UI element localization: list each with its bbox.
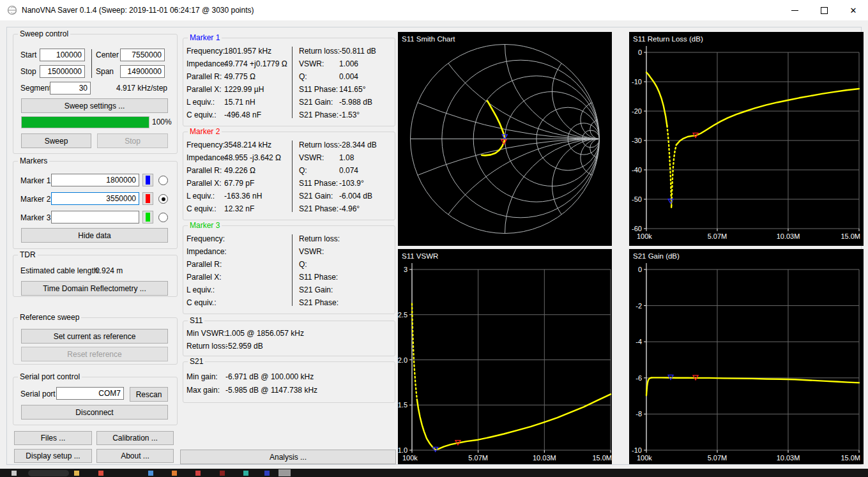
nanovna-saver-window: NanoVNA Saver 0.1.4 (Sweep: 2019-11-01 0… [0, 0, 868, 477]
field-value: 49.774 +j0.1779 Ω [224, 59, 287, 68]
taskbar-icon[interactable] [264, 471, 270, 476]
group-title: S21 [188, 357, 205, 366]
taskbar-icon[interactable] [243, 471, 248, 476]
field-label: Parallel X: [187, 179, 222, 188]
taskbar-search-box[interactable] [28, 470, 69, 476]
divider [292, 47, 293, 118]
field-value: 141.65° [339, 85, 366, 94]
taskbar-icon[interactable] [148, 471, 153, 476]
field-label: Frequency: [187, 140, 225, 149]
y-axis-label: -30 [632, 137, 642, 144]
field-label: Parallel X: [187, 85, 222, 94]
step-size-text: 4.917 kHz/step [96, 84, 167, 93]
minimize-button[interactable] [780, 0, 809, 20]
sweep-settings-button[interactable]: Sweep settings ... [21, 98, 168, 113]
stop-input[interactable] [40, 65, 85, 78]
span-input[interactable] [120, 65, 165, 78]
x-axis-label: 15.0M [841, 232, 860, 240]
display-setup-button[interactable]: Display setup ... [14, 449, 92, 463]
marker3-color-button[interactable] [142, 211, 153, 223]
calibration-button[interactable]: Calibration ... [96, 431, 174, 445]
smith-chart-canvas[interactable]: S11 Smith Chart [398, 32, 612, 246]
field-value: 1229.99 µH [224, 85, 264, 94]
s21-chart-canvas[interactable]: 0-2-4-6-8-10100k5.07M10.03M15.0MS21 Gain… [629, 249, 864, 464]
trace [676, 89, 859, 145]
hide-data-button[interactable]: Hide data [21, 228, 168, 243]
field-label: S11 Phase: [299, 85, 338, 94]
taskbar-icon[interactable] [195, 471, 201, 476]
field-label: VSWR: [299, 247, 324, 256]
s21-gain-chart[interactable]: 0-2-4-6-8-10100k5.07M10.03M15.0MS21 Gain… [629, 249, 864, 464]
field-value: 49.226 Ω [224, 166, 255, 175]
s11-info-group: S11 Min VSWR:1.005 @ 1856.057 kHzReturn … [183, 321, 395, 356]
chart-title: S11 VSWR [402, 252, 438, 260]
taskbar-icon[interactable] [172, 471, 177, 476]
marker1-color [146, 176, 150, 185]
marker1-input[interactable] [51, 174, 139, 186]
divider [292, 234, 293, 306]
vswr-chart-canvas[interactable]: 32.52.01.51.0100k5.07M10.03M15.0MS11 VSW… [398, 249, 612, 464]
s11-smith-chart[interactable]: S11 Smith Chart [398, 32, 612, 246]
marker2-radio[interactable] [158, 194, 168, 204]
y-axis-label: -50 [632, 195, 642, 203]
field-label: Q: [299, 166, 307, 175]
marker2-input[interactable] [51, 192, 139, 205]
x-axis-label: 10.03M [533, 454, 556, 462]
maximize-icon [821, 7, 828, 14]
y-axis-label: -8 [636, 410, 642, 418]
marker3-input[interactable] [51, 211, 139, 223]
rescan-button[interactable]: Rescan [130, 387, 168, 402]
marker-panel-title: Marker 2 [188, 127, 222, 136]
taskbar-icon[interactable] [98, 471, 103, 476]
field-label: Q: [299, 260, 307, 269]
set-reference-button[interactable]: Set current as reference [21, 329, 168, 344]
taskbar[interactable] [0, 469, 868, 477]
taskbar-icon[interactable] [74, 471, 79, 476]
group-title: Reference sweep [18, 313, 81, 322]
chart-title: S11 Return Loss (dB) [633, 35, 703, 43]
field-label: S21 Gain: [299, 192, 333, 201]
trace [482, 101, 505, 155]
taskbar-icon[interactable] [11, 471, 17, 476]
start-input[interactable] [40, 49, 85, 61]
s11-vswr-chart[interactable]: 32.52.01.51.0100k5.07M10.03M15.0MS11 VSW… [398, 249, 612, 464]
marker2-color-button[interactable] [142, 192, 153, 205]
maximize-button[interactable] [809, 0, 839, 20]
x-axis-label: 10.03M [777, 454, 800, 462]
stop-button[interactable]: Stop [97, 133, 168, 148]
reset-reference-button[interactable]: Reset reference [21, 347, 168, 361]
x-axis-label: 15.0M [592, 454, 612, 462]
serial-port-input[interactable] [56, 387, 124, 400]
y-axis-label: -20 [632, 107, 642, 115]
x-axis-label: 15.0M [841, 454, 860, 462]
files-button[interactable]: Files ... [14, 431, 92, 445]
segments-input[interactable] [50, 82, 91, 95]
close-button[interactable]: ✕ [839, 0, 868, 20]
marker1-radio[interactable] [158, 176, 168, 185]
disconnect-button[interactable]: Disconnect [21, 405, 168, 420]
marker3-radio[interactable] [158, 213, 168, 222]
taskbar-active-window[interactable] [278, 469, 291, 476]
field-label: S21 Phase: [299, 204, 339, 213]
about-button[interactable]: About ... [96, 449, 174, 463]
field-label: C equiv.: [187, 110, 216, 119]
s11-return-loss-chart[interactable]: 0-10-20-30-40-50-60100k5.07M10.03M15.0MS… [629, 32, 864, 246]
serial-port-label: Serial port [20, 390, 56, 398]
tdr-button[interactable]: Time Domain Reflectometry ... [21, 281, 168, 296]
field-value: 67.79 pF [224, 179, 254, 188]
sweep-button[interactable]: Sweep [21, 133, 91, 148]
field-value: -5.985 dB @ 1147.738 kHz [225, 386, 317, 395]
field-label: VSWR: [299, 59, 324, 68]
center-input[interactable] [120, 49, 165, 61]
marker-info-panel: Marker 3Frequency:Impedance:Parallel R:P… [183, 225, 395, 314]
marker-panel-title: Marker 1 [188, 33, 222, 42]
analysis-button[interactable]: Analysis ... [180, 450, 396, 464]
taskbar-icon[interactable] [220, 471, 225, 476]
title-bar: NanoVNA Saver 0.1.4 (Sweep: 2019-11-01 0… [0, 0, 868, 20]
field-value: 0.004 [339, 72, 358, 81]
marker1-color-button[interactable] [142, 174, 153, 186]
y-axis-label: 2.0 [398, 356, 407, 364]
progress-fill [22, 117, 149, 128]
field-label: Return loss: [299, 234, 340, 243]
rl-chart-canvas[interactable]: 0-10-20-30-40-50-60100k5.07M10.03M15.0MS… [629, 32, 864, 246]
